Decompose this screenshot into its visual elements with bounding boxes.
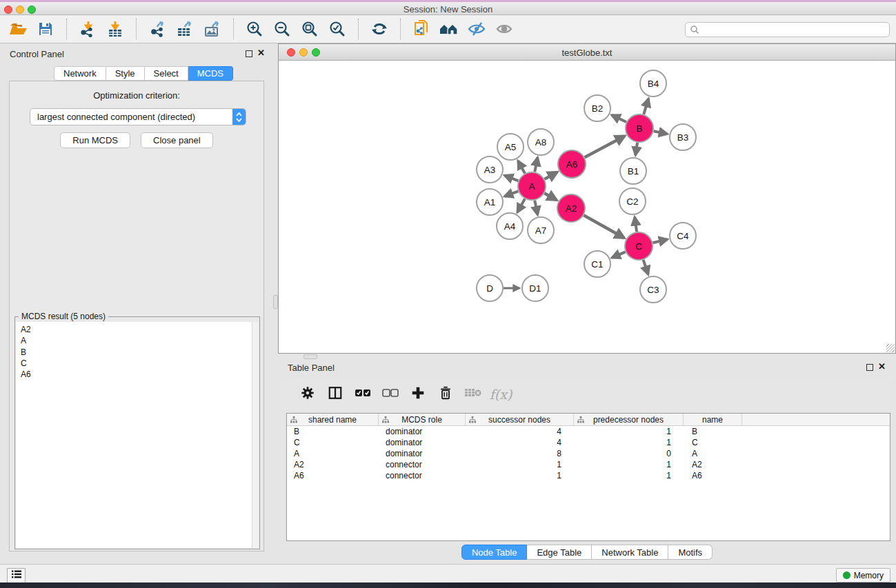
task-history-button[interactable]	[7, 568, 26, 583]
save-session-button[interactable]	[32, 17, 59, 41]
mcds-result-item[interactable]: B	[21, 347, 252, 358]
delete-table-button[interactable]	[464, 385, 482, 403]
tab-select[interactable]: Select	[145, 66, 188, 81]
graph-node-label-A2: A2	[566, 203, 577, 214]
cell-name: B	[684, 426, 742, 437]
export-table-button[interactable]	[171, 17, 199, 41]
tab-network-table[interactable]: Network Table	[592, 545, 668, 560]
table-options-button[interactable]	[299, 385, 317, 403]
mcds-result-item[interactable]: A6	[21, 369, 252, 380]
cell-predecessor-nodes: 1	[574, 459, 684, 470]
delete-rows-button[interactable]	[437, 385, 455, 403]
zoom-in-button[interactable]	[241, 17, 268, 41]
open-session-button[interactable]	[4, 17, 32, 41]
show-all-networks-button[interactable]	[435, 17, 463, 41]
search-input[interactable]	[685, 22, 890, 37]
toolbar-separator	[358, 19, 359, 39]
column-header-predecessor-nodes[interactable]: predecessor nodes	[574, 414, 684, 425]
mcds-result-item[interactable]: C	[21, 358, 252, 369]
eye-slash-icon	[467, 21, 486, 37]
columns-icon	[328, 385, 343, 403]
memory-button[interactable]: Memory	[836, 568, 890, 582]
zoom-out-button[interactable]	[268, 17, 296, 41]
graph-node-label-C: C	[635, 241, 642, 252]
network-window-titlebar[interactable]: testGlobe.txt	[279, 44, 895, 61]
mcds-result-item[interactable]: A	[21, 335, 252, 346]
mcds-result-list[interactable]: A2ABCA6	[16, 322, 252, 548]
table-row[interactable]: Cdominator41C	[287, 437, 890, 448]
column-header-MCDS-role[interactable]: MCDS role	[379, 414, 466, 425]
vertical-splitter-handle[interactable]	[273, 295, 278, 309]
tab-motifs[interactable]: Motifs	[668, 545, 713, 560]
close-panel-button[interactable]: Close panel	[141, 132, 213, 148]
graph-node-label-A1: A1	[484, 197, 496, 207]
add-row-button[interactable]	[409, 385, 427, 403]
table-row[interactable]: Bdominator41B	[287, 426, 890, 437]
control-panel-float-icon[interactable]	[246, 50, 252, 57]
export-table-icon	[176, 20, 194, 38]
tab-mcds[interactable]: MCDS	[188, 66, 233, 81]
run-mcds-button[interactable]: Run MCDS	[60, 132, 130, 148]
zoom-selected-button[interactable]	[323, 17, 351, 41]
table-row[interactable]: A6connector11A6	[287, 470, 890, 481]
deselect-all-checks-button[interactable]	[381, 385, 399, 403]
control-panel-close-icon[interactable]: ✕	[257, 48, 265, 58]
zoom-out-icon	[273, 20, 291, 38]
mcds-panel: Optimization criterion: largest connecte…	[9, 81, 264, 551]
edge-A-A2	[544, 193, 557, 200]
table-row[interactable]: Adominator80A	[287, 448, 890, 459]
hide-selected-button[interactable]	[463, 17, 490, 41]
table-panel-tabs: Node TableEdge TableNetwork TableMotifs	[278, 545, 896, 560]
graph-node-label-C3: C3	[647, 285, 659, 295]
column-header-shared-name[interactable]: shared name	[287, 414, 379, 425]
network-canvas[interactable]: AA1A2A3A4A5A6A7A8BB1B2B3B4CC1C2C3C4DD1	[279, 61, 895, 353]
control-panel: Control Panel ✕ NetworkStyleSelectMCDS O…	[0, 43, 272, 564]
search-area	[685, 22, 890, 37]
table-panel-close-icon[interactable]: ✕	[878, 361, 886, 372]
edge-C-C4	[653, 239, 667, 243]
select-all-checks-button[interactable]	[354, 385, 372, 403]
criterion-dropdown[interactable]: largest connected component (directed)	[30, 108, 246, 125]
import-table-button[interactable]	[101, 17, 129, 41]
cell-successor-nodes: 1	[466, 459, 574, 470]
memory-status-icon	[843, 571, 850, 579]
app-title: Session: New Session	[0, 4, 896, 14]
edge-A-A6	[544, 172, 557, 179]
show-columns-button[interactable]	[326, 385, 344, 403]
table-row[interactable]: A2connector11A2	[287, 459, 890, 470]
cell-successor-nodes: 4	[466, 426, 574, 437]
mcds-result-scrollbar[interactable]	[252, 322, 259, 548]
memory-label: Memory	[854, 571, 884, 580]
tab-network[interactable]: Network	[54, 66, 106, 81]
mcds-result-item[interactable]: A2	[21, 324, 252, 335]
function-builder-button[interactable]: f(x)	[492, 385, 510, 403]
clone-network-button[interactable]	[408, 17, 435, 41]
toolbar-separator	[233, 19, 234, 39]
main-area: Control Panel ✕ NetworkStyleSelectMCDS O…	[0, 43, 896, 564]
cell-MCDS-role: dominator	[379, 448, 466, 459]
export-network-icon	[148, 20, 166, 38]
column-header-name[interactable]: name	[684, 414, 742, 425]
refresh-layout-button[interactable]	[366, 17, 393, 41]
column-header-successor-nodes[interactable]: successor nodes	[466, 414, 574, 425]
tab-node-table[interactable]: Node Table	[461, 545, 528, 560]
network-graph-svg: AA1A2A3A4A5A6A7A8BB1B2B3B4CC1C2C3C4DD1	[279, 61, 895, 353]
mcds-button-row: Run MCDS Close panel	[10, 132, 263, 148]
tab-style[interactable]: Style	[106, 66, 145, 81]
network-window-resize-grip[interactable]	[886, 344, 895, 352]
edge-B-B4	[644, 99, 648, 114]
graph-node-label-A: A	[528, 181, 535, 192]
show-hidden-button[interactable]	[490, 17, 518, 41]
cell-name: A2	[684, 459, 742, 470]
cell-MCDS-role: dominator	[379, 437, 466, 448]
export-image-button[interactable]	[199, 17, 226, 41]
node-table[interactable]: shared nameMCDS rolesuccessor nodesprede…	[286, 413, 890, 541]
table-panel-float-icon[interactable]	[866, 364, 873, 371]
cell-MCDS-role: dominator	[379, 426, 466, 437]
edge-C-C3	[644, 260, 648, 274]
tab-edge-table[interactable]: Edge Table	[527, 545, 592, 560]
graph-node-label-A6: A6	[566, 159, 578, 170]
export-network-button[interactable]	[143, 17, 171, 41]
zoom-fit-button[interactable]	[296, 17, 323, 41]
import-network-button[interactable]	[74, 17, 101, 41]
